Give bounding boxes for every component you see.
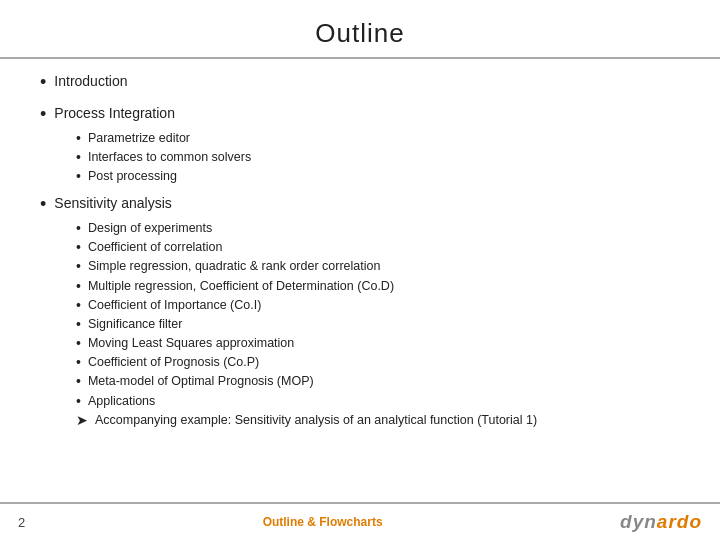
slide-title: Outline xyxy=(40,18,680,49)
list-item: •Applications xyxy=(76,392,680,410)
list-item: ➤Accompanying example: Sensitivity analy… xyxy=(76,411,680,429)
sub-bullet-icon: • xyxy=(76,129,81,147)
sub-item-text: Coefficient of Prognosis (Co.P) xyxy=(88,353,259,371)
list-item: •Multiple regression, Coefficient of Det… xyxy=(76,277,680,295)
sub-item-text: Parametrize editor xyxy=(88,129,190,147)
section-title-process-integration: Process Integration xyxy=(54,105,175,121)
logo-part1: dyn xyxy=(620,511,657,532)
page-number: 2 xyxy=(18,515,25,530)
sub-item-text: Coefficient of Importance (Co.I) xyxy=(88,296,261,314)
sub-item-text: Meta-model of Optimal Prognosis (MOP) xyxy=(88,372,314,390)
subitems-sensitivity-analysis: •Design of experiments•Coefficient of co… xyxy=(76,219,680,429)
sub-item-text: Interfaces to common solvers xyxy=(88,148,251,166)
section-sensitivity-analysis: •Sensitivity analysis•Design of experime… xyxy=(40,195,680,429)
arrow-icon: ➤ xyxy=(76,411,88,429)
section-label-sensitivity-analysis: •Sensitivity analysis xyxy=(40,195,680,215)
sub-bullet-icon: • xyxy=(76,219,81,237)
list-item: •Simple regression, quadratic & rank ord… xyxy=(76,257,680,275)
section-title-intro: Introduction xyxy=(54,73,127,89)
bullet-icon: • xyxy=(40,73,46,93)
sub-bullet-icon: • xyxy=(76,277,81,295)
sub-item-text: Coefficient of correlation xyxy=(88,238,223,256)
logo-text: dynardo xyxy=(620,511,702,533)
sub-item-text: Multiple regression, Coefficient of Dete… xyxy=(88,277,394,295)
sub-bullet-icon: • xyxy=(76,296,81,314)
section-label-process-integration: •Process Integration xyxy=(40,105,680,125)
section-title-sensitivity-analysis: Sensitivity analysis xyxy=(54,195,172,211)
section-intro: •Introduction xyxy=(40,73,680,95)
section-label-intro: •Introduction xyxy=(40,73,680,93)
sub-item-text: Applications xyxy=(88,392,155,410)
logo: dynardo xyxy=(620,511,702,533)
list-item: •Parametrize editor xyxy=(76,129,680,147)
sub-item-text: Moving Least Squares approximation xyxy=(88,334,294,352)
list-item: •Coefficient of Importance (Co.I) xyxy=(76,296,680,314)
section-label: Outline & Flowcharts xyxy=(263,515,383,529)
sub-item-text: Design of experiments xyxy=(88,219,212,237)
sub-bullet-icon: • xyxy=(76,334,81,352)
list-item: •Interfaces to common solvers xyxy=(76,148,680,166)
list-item: •Design of experiments xyxy=(76,219,680,237)
sub-bullet-icon: • xyxy=(76,315,81,333)
sub-bullet-icon: • xyxy=(76,257,81,275)
sub-item-text: Accompanying example: Sensitivity analys… xyxy=(95,411,537,429)
bullet-icon: • xyxy=(40,105,46,125)
section-process-integration: •Process Integration•Parametrize editor•… xyxy=(40,105,680,185)
sub-bullet-icon: • xyxy=(76,238,81,256)
slide: Outline •Introduction•Process Integratio… xyxy=(0,0,720,540)
list-item: •Significance filter xyxy=(76,315,680,333)
sub-bullet-icon: • xyxy=(76,372,81,390)
logo-part2: ardo xyxy=(657,511,702,532)
title-area: Outline xyxy=(0,0,720,59)
content-area: •Introduction•Process Integration•Parame… xyxy=(0,59,720,502)
subitems-process-integration: •Parametrize editor•Interfaces to common… xyxy=(76,129,680,186)
list-item: •Meta-model of Optimal Prognosis (MOP) xyxy=(76,372,680,390)
list-item: •Post processing xyxy=(76,167,680,185)
bullet-icon: • xyxy=(40,195,46,215)
sub-bullet-icon: • xyxy=(76,148,81,166)
list-item: •Coefficient of correlation xyxy=(76,238,680,256)
sub-bullet-icon: • xyxy=(76,167,81,185)
footer: 2 Outline & Flowcharts dynardo xyxy=(0,502,720,540)
list-item: •Moving Least Squares approximation xyxy=(76,334,680,352)
sub-bullet-icon: • xyxy=(76,392,81,410)
list-item: •Coefficient of Prognosis (Co.P) xyxy=(76,353,680,371)
sub-bullet-icon: • xyxy=(76,353,81,371)
sub-item-text: Simple regression, quadratic & rank orde… xyxy=(88,257,381,275)
sub-item-text: Significance filter xyxy=(88,315,183,333)
sub-item-text: Post processing xyxy=(88,167,177,185)
